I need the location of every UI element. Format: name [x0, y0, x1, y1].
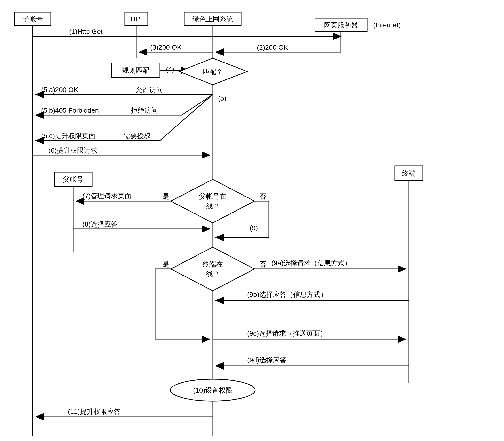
actor-dpi: DPI	[131, 15, 142, 23]
label-2: (2)200 OK	[257, 44, 288, 51]
label-yes-2: 是	[162, 260, 169, 268]
actor-web: 网页服务器	[324, 21, 358, 29]
actor-internet: (Internet)	[373, 21, 401, 29]
label-need-auth: 需要授权	[124, 132, 151, 140]
label-deny: 拒绝访问	[131, 107, 158, 114]
rule-match-label: 规则匹配	[122, 67, 149, 74]
decision-match-label: 匹配？	[203, 68, 223, 75]
label-7: (7)管理请求页面	[82, 192, 131, 200]
decision-parent-q2: 线？	[206, 202, 220, 210]
label-yes-1: 是	[162, 193, 169, 200]
label-4: (4)	[166, 65, 174, 73]
label-no-2: 否	[259, 260, 266, 268]
actor-green: 绿色上网系统	[192, 15, 233, 23]
label-9a: (9a)选择请求（信息方式）	[271, 259, 351, 267]
label-6: (6)提升权限请求	[48, 147, 97, 154]
decision-parent-online	[171, 179, 254, 223]
decision-parent-q1: 父帐号在	[199, 193, 226, 200]
decision-terminal-online	[171, 247, 254, 291]
actor-child: 子帐号	[23, 15, 43, 23]
label-9: (9)	[250, 224, 258, 232]
label-5a: (5.a)200 OK	[41, 86, 78, 94]
label-9d: (9d)选择应答	[247, 356, 286, 364]
label-10: (10)设置权限	[193, 386, 232, 394]
label-3: (3)200 OK	[150, 44, 181, 51]
label-9b: (9b)选择应答（信息方式）	[247, 291, 327, 298]
label-allow: 允许访问	[136, 86, 163, 94]
actor-terminal: 终端	[402, 170, 416, 177]
decision-terminal-q1: 终端在	[203, 260, 223, 268]
label-8: (8)选择应答	[82, 220, 118, 228]
actor-parent: 父帐号	[63, 176, 83, 183]
sequence-diagram: 子帐号 DPI 绿色上网系统 网页服务器 (Internet) (1)Http …	[5, 5, 504, 441]
decision-terminal-q2: 线？	[206, 270, 220, 278]
label-5b: (5.b)405 Forbidden	[41, 107, 99, 114]
label-no-1: 否	[259, 193, 266, 200]
label-9c: (9c)选择请求（推送页面）	[247, 330, 327, 337]
label-5: (5)	[218, 94, 226, 102]
label-1: (1)Http Get	[69, 28, 103, 35]
label-5c: (5.c)提升权限页面	[41, 132, 95, 140]
label-11: (11)提升权限应答	[68, 408, 121, 415]
